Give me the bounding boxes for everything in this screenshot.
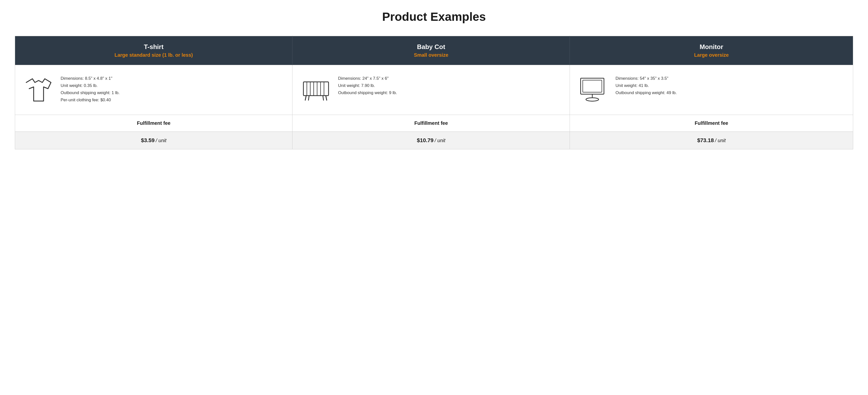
tshirt-size: Large standard size (1 lb. or less) <box>23 52 285 58</box>
tshirt-price: $3.59 <box>141 137 155 143</box>
tshirt-name: T-shirt <box>23 43 285 51</box>
svg-line-9 <box>305 95 306 100</box>
babycot-fulfillment-price-cell: $10.79 / unit <box>292 132 570 149</box>
babycot-shipping: Outbound shipping weight: 9 lb. <box>338 89 397 96</box>
svg-rect-14 <box>583 80 602 92</box>
details-row: Dimensions: 8.5" x 4.8" x 1" Unit weight… <box>15 65 853 115</box>
monitor-details-cell: Dimensions: 54" x 35" x 3.5" Unit weight… <box>570 65 853 115</box>
header-row: T-shirt Large standard size (1 lb. or le… <box>15 36 853 65</box>
babycot-dimensions: Dimensions: 24" x 7.5" x 6" <box>338 75 397 82</box>
product-table: T-shirt Large standard size (1 lb. or le… <box>15 36 853 149</box>
monitor-weight: Unit weight: 41 lb. <box>615 82 677 89</box>
monitor-details-text: Dimensions: 54" x 35" x 3.5" Unit weight… <box>615 75 677 96</box>
babycot-details-text: Dimensions: 24" x 7.5" x 6" Unit weight:… <box>338 75 397 96</box>
fulfillment-label-row: Fulfillment fee Fulfillment fee Fulfillm… <box>15 115 853 132</box>
tshirt-details-text: Dimensions: 8.5" x 4.8" x 1" Unit weight… <box>61 75 120 104</box>
babycot-details-cell: Dimensions: 24" x 7.5" x 6" Unit weight:… <box>292 65 570 115</box>
monitor-size: Large oversize <box>577 52 845 58</box>
svg-rect-0 <box>303 82 329 95</box>
tshirt-price-unit: / unit <box>156 138 166 143</box>
svg-line-10 <box>326 95 327 100</box>
babycot-fulfillment-label: Fulfillment fee <box>292 115 570 132</box>
svg-line-11 <box>309 95 309 100</box>
monitor-fulfillment-label: Fulfillment fee <box>570 115 853 132</box>
babycot-icon <box>300 75 332 105</box>
header-cell-babycot: Baby Cot Small oversize <box>292 36 570 65</box>
page-title: Product Examples <box>15 10 853 24</box>
monitor-icon <box>577 75 610 105</box>
header-cell-tshirt: T-shirt Large standard size (1 lb. or le… <box>15 36 292 65</box>
fulfillment-price-row: $3.59 / unit $10.79 / unit $73.18 / unit <box>15 132 853 149</box>
monitor-name: Monitor <box>577 43 845 51</box>
tshirt-weight: Unit weight: 0.35 lb. <box>61 82 120 89</box>
monitor-fulfillment-price-cell: $73.18 / unit <box>570 132 853 149</box>
babycot-size: Small oversize <box>300 52 562 58</box>
header-cell-monitor: Monitor Large oversize <box>570 36 853 65</box>
monitor-shipping: Outbound shipping weight: 49 lb. <box>615 89 677 96</box>
monitor-price-unit: / unit <box>715 138 725 143</box>
babycot-name: Baby Cot <box>300 43 562 51</box>
tshirt-fulfillment-price-cell: $3.59 / unit <box>15 132 292 149</box>
babycot-price-unit: / unit <box>435 138 445 143</box>
tshirt-fulfillment-label: Fulfillment fee <box>15 115 292 132</box>
babycot-price: $10.79 <box>417 137 434 143</box>
tshirt-details-cell: Dimensions: 8.5" x 4.8" x 1" Unit weight… <box>15 65 292 115</box>
tshirt-shipping: Outbound shipping weight: 1 lb. <box>61 89 120 96</box>
babycot-weight: Unit weight: 7.90 lb. <box>338 82 397 89</box>
tshirt-dimensions: Dimensions: 8.5" x 4.8" x 1" <box>61 75 120 82</box>
svg-line-12 <box>323 95 323 100</box>
tshirt-fee: Per-unit clothing fee: $0.40 <box>61 96 120 104</box>
monitor-dimensions: Dimensions: 54" x 35" x 3.5" <box>615 75 677 82</box>
svg-point-16 <box>586 98 598 101</box>
tshirt-icon <box>23 75 55 105</box>
monitor-price: $73.18 <box>697 137 714 143</box>
